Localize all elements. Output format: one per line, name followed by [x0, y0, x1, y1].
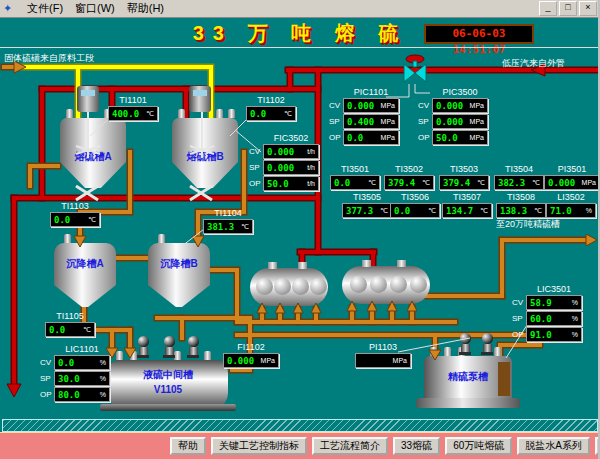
- horizontal-vessel-2: [342, 266, 430, 304]
- tank-nozzle: [64, 234, 71, 243]
- mid-tank-v1105: 液硫中间槽 V1105: [108, 360, 228, 406]
- app-icon: ✦: [3, 2, 17, 15]
- minimize-button[interactable]: _: [539, 1, 557, 16]
- tank-label: 液硫中间槽: [108, 368, 228, 382]
- melter-tank-b: 熔硫槽B: [172, 118, 238, 188]
- tank-insulation-patch: [498, 362, 510, 396]
- tank-nozzle: [228, 109, 235, 118]
- tank-label: V1105: [108, 384, 228, 395]
- key-process-indicators-button[interactable]: 关键工艺控制指标: [211, 437, 307, 455]
- help-button[interactable]: 帮助: [170, 437, 206, 455]
- ti3503-display: TI3503 379.4℃: [439, 164, 489, 190]
- lic3501-controller[interactable]: LIC3501 CV58.9% SP60.0% OP91.0%: [512, 284, 582, 343]
- melter-tank-a: 熔硫槽A: [60, 118, 126, 188]
- ti3506-display: TI3506 0.0℃: [390, 192, 440, 218]
- nav-button-bar: 帮助 关键工艺控制指标 工艺流程简介 33熔硫 60万吨熔硫 脱盐水A系列 脱盐…: [0, 432, 600, 459]
- hmi-screen: ✦ 文件(F) 窗口(W) 帮助(H) _ □ × 33 万 吨 熔 硫 06-…: [0, 0, 600, 459]
- settler-tank-a: 沉降槽A: [54, 243, 116, 307]
- ti3504-display: TI3504 382.3℃: [494, 164, 544, 190]
- process-flow-intro-button[interactable]: 工艺流程简介: [312, 437, 388, 455]
- steam-source-label: 低压汽来自外管: [502, 57, 565, 70]
- ti1101-display: TI1101 400.0℃: [108, 95, 158, 121]
- ti3507-display: TI3507 134.7℃: [442, 192, 492, 218]
- sulfur-600k-button[interactable]: 60万吨熔硫: [445, 437, 512, 455]
- steam-control-valve[interactable]: [404, 55, 426, 82]
- horizontal-vessel-1: [250, 268, 328, 306]
- ti3501-display: TI3501 0.0℃: [330, 164, 380, 190]
- pic3500-controller[interactable]: PIC3500 CV0.000MPa SP0.000MPa OP50.0MPa: [418, 87, 488, 146]
- tank-base: [100, 404, 236, 411]
- menu-help[interactable]: 帮助(H): [121, 0, 170, 17]
- agitator-motor: [77, 86, 99, 112]
- pump-icon: [481, 333, 493, 358]
- fi1102-display: FI1102 0.000MPa: [223, 342, 279, 368]
- window-controls: _ □ ×: [539, 1, 597, 16]
- ti1105-display: TI1105 0.0℃: [45, 311, 95, 337]
- pi3501-display: PI3501 0.000MPa: [544, 164, 600, 190]
- datetime-display: 06-06-03 14:51:07: [424, 24, 534, 44]
- close-button[interactable]: ×: [579, 1, 597, 16]
- demin-water-b-button[interactable]: 脱盐水B系列: [595, 437, 600, 455]
- tank-nozzle: [216, 109, 223, 118]
- tank-label: 熔硫槽A: [60, 150, 126, 164]
- tank-label: 沉降槽B: [148, 257, 210, 271]
- menu-bar: ✦ 文件(F) 窗口(W) 帮助(H) _ □ ×: [0, 0, 600, 18]
- ti1102-display: TI1102 0.0℃: [246, 95, 296, 121]
- restore-button[interactable]: □: [559, 1, 577, 16]
- hatched-strip: [2, 419, 598, 432]
- pic1101-controller[interactable]: PIC1101 CV0.000MPa SP0.400MPa OP0.0MPa: [329, 87, 399, 146]
- pi1103-display: PI1103 MPa: [355, 342, 411, 368]
- menu-file[interactable]: 文件(F): [21, 0, 69, 17]
- sulfur-33-button[interactable]: 33熔硫: [393, 437, 440, 455]
- tank-label: 熔硫槽B: [172, 150, 238, 164]
- menu-window[interactable]: 窗口(W): [69, 0, 121, 17]
- header-divider: [0, 47, 600, 48]
- agitator-motor: [189, 86, 211, 112]
- ti1104-display: TI1104 381.3℃: [203, 208, 253, 234]
- settler-tank-b: 沉降槽B: [148, 243, 210, 307]
- ti3502-display: TI3502 379.4℃: [384, 164, 434, 190]
- feed-source-label: 固体硫磺来自原料工段: [4, 52, 94, 65]
- ti1103-display: TI1103 0.0℃: [50, 201, 100, 227]
- pump-icon: [187, 336, 199, 361]
- pump-icon: [163, 336, 175, 361]
- tank-nozzle: [158, 234, 165, 243]
- to-storage-label: 至20万吨精硫槽: [496, 218, 560, 231]
- tank-label: 沉降槽A: [54, 257, 116, 271]
- li3502-display: LI3502 71.0%: [546, 192, 596, 218]
- tank-nozzle: [178, 109, 185, 118]
- tank-base: [416, 398, 520, 408]
- ti3505-display: TI3505 377.3℃: [342, 192, 392, 218]
- demin-water-a-button[interactable]: 脱盐水A系列: [517, 437, 590, 455]
- lic1101-controller[interactable]: LIC1101 CV0.0% SP30.0% OP80.0%: [40, 344, 110, 403]
- pump-icon: [459, 333, 471, 358]
- tank-nozzle: [66, 109, 73, 118]
- pump-icon: [137, 336, 149, 361]
- page-title: 33 万 吨 熔 硫: [160, 20, 440, 47]
- fic3502-controller[interactable]: FIC3502 CV0.000t/h SP0.000t/h OP50.0t/h: [249, 133, 319, 192]
- ti3508-display: TI3508 138.3℃: [496, 192, 546, 218]
